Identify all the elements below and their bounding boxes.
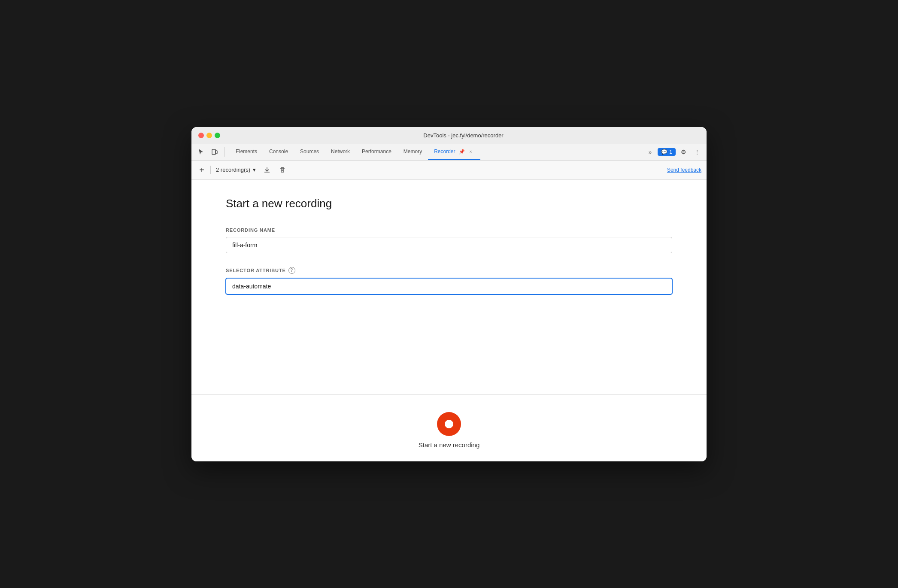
devtools-window: DevTools - jec.fyi/demo/recorder Element… xyxy=(191,127,707,461)
selector-attribute-input[interactable] xyxy=(226,278,672,294)
delete-button[interactable] xyxy=(276,164,288,176)
recording-selector[interactable]: 2 recording(s) ▾ xyxy=(214,166,258,174)
send-feedback-button[interactable]: Send feedback xyxy=(667,167,701,173)
devtools-tabs-bar: Elements Console Sources Network Perform… xyxy=(191,144,707,161)
maximize-button[interactable] xyxy=(215,133,220,138)
start-recording-label: Start a new recording xyxy=(419,441,480,449)
tab-elements[interactable]: Elements xyxy=(230,144,263,160)
tab-network[interactable]: Network xyxy=(325,144,356,160)
tab-console[interactable]: Console xyxy=(263,144,294,160)
tab-performance[interactable]: Performance xyxy=(356,144,397,160)
recording-name-group: RECORDING NAME xyxy=(226,227,672,253)
more-options-button[interactable]: ⋮ xyxy=(691,146,703,158)
minimize-button[interactable] xyxy=(206,133,212,138)
add-recording-button[interactable]: + xyxy=(197,165,207,175)
chat-icon: 💬 xyxy=(661,149,667,155)
tabs-divider xyxy=(224,147,224,157)
device-toggle-icon[interactable] xyxy=(209,146,221,158)
tab-recorder[interactable]: Recorder 📌 × xyxy=(428,144,480,160)
close-button[interactable] xyxy=(198,133,204,138)
selector-attribute-label: SELECTOR ATTRIBUTE ? xyxy=(226,267,672,274)
download-button[interactable] xyxy=(261,164,273,176)
record-section: Start a new recording xyxy=(191,394,707,461)
cursor-icon[interactable] xyxy=(195,146,207,158)
pin-icon: 📌 xyxy=(459,149,465,155)
page-title: Start a new recording xyxy=(226,197,672,210)
svg-rect-1 xyxy=(215,151,217,154)
chat-button[interactable]: 💬 1 xyxy=(658,148,676,156)
tabs-left-icons xyxy=(195,144,226,160)
start-recording-button[interactable] xyxy=(437,412,461,436)
recorder-toolbar: + 2 recording(s) ▾ Send feedback xyxy=(191,161,707,180)
help-icon[interactable]: ? xyxy=(288,267,295,274)
traffic-lights xyxy=(198,133,220,138)
svg-rect-0 xyxy=(212,149,215,155)
more-tabs-button[interactable]: » xyxy=(644,146,656,158)
tab-memory[interactable]: Memory xyxy=(397,144,428,160)
selector-attribute-group: SELECTOR ATTRIBUTE ? xyxy=(226,267,672,294)
chevron-down-icon: ▾ xyxy=(253,167,256,173)
tabs-list: Elements Console Sources Network Perform… xyxy=(230,144,642,160)
recording-name-input[interactable] xyxy=(226,237,672,253)
toolbar-divider xyxy=(210,166,211,174)
record-button-icon xyxy=(445,420,453,428)
recording-name-label: RECORDING NAME xyxy=(226,227,672,233)
title-bar: DevTools - jec.fyi/demo/recorder xyxy=(191,127,707,144)
main-content: Start a new recording RECORDING NAME SEL… xyxy=(191,180,707,394)
tab-close-recorder[interactable]: × xyxy=(467,148,474,155)
tabs-right-controls: » 💬 1 ⚙ ⋮ xyxy=(644,144,703,160)
tab-sources[interactable]: Sources xyxy=(294,144,325,160)
window-title: DevTools - jec.fyi/demo/recorder xyxy=(227,132,700,139)
settings-button[interactable]: ⚙ xyxy=(677,146,689,158)
